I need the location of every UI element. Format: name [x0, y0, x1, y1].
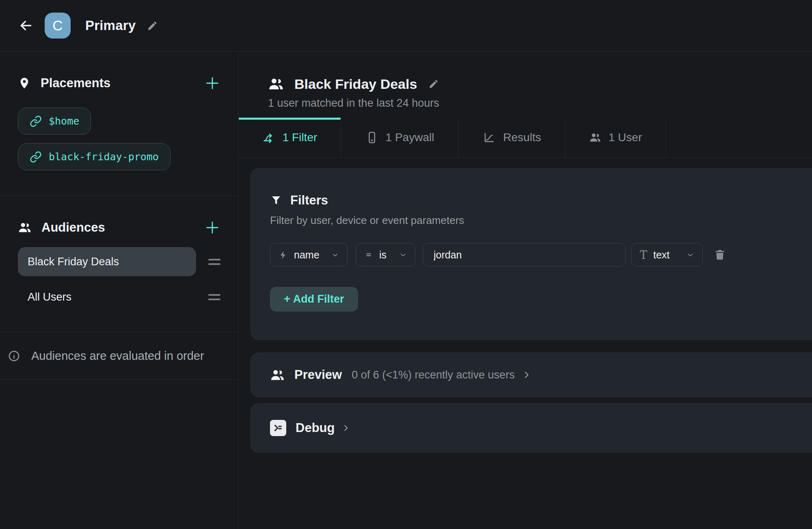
audience-item-black-friday-deals[interactable]: Black Friday Deals — [18, 247, 196, 276]
chevron-right-icon — [522, 370, 531, 380]
add-filter-button[interactable]: + Add Filter — [270, 287, 358, 312]
pencil-icon[interactable] — [147, 20, 158, 31]
phone-icon — [365, 131, 378, 144]
preview-card[interactable]: Preview 0 of 6 (<1%) recently active use… — [251, 353, 812, 397]
pencil-icon[interactable] — [428, 79, 439, 89]
project-avatar[interactable]: C — [45, 13, 71, 39]
sidebar: Placements $home black-friday-promo — [0, 52, 239, 529]
users-icon — [270, 368, 285, 383]
filters-title: Filters — [290, 193, 328, 208]
filter-value-input[interactable] — [423, 243, 626, 267]
add-placement-button[interactable] — [204, 75, 220, 91]
map-pin-icon — [18, 77, 31, 90]
chevron-right-icon — [341, 424, 350, 432]
filters-card: Filters Filter by user, device or event … — [251, 168, 812, 340]
tab-bar: 1 Filter 1 Paywall Results 1 User — [239, 118, 812, 158]
chart-icon — [483, 131, 496, 144]
divider — [0, 379, 238, 380]
type-dropdown[interactable]: T text — [631, 243, 703, 267]
audience-label: All Users — [28, 291, 71, 303]
matched-users-subtitle: 1 user matched in the last 24 hours — [268, 97, 812, 110]
tab-label: 1 Paywall — [386, 131, 434, 144]
users-icon — [589, 131, 601, 144]
audience-row: All Users — [18, 282, 220, 312]
link-icon — [30, 151, 42, 163]
tab-paywall[interactable]: 1 Paywall — [341, 118, 459, 157]
placement-chip-black-friday-promo[interactable]: black-friday-promo — [18, 143, 171, 170]
placement-chip-home[interactable]: $home — [18, 108, 91, 135]
tab-results[interactable]: Results — [459, 118, 566, 157]
serif-t-icon: T — [640, 249, 647, 260]
chevron-down-icon — [331, 251, 339, 259]
tab-user[interactable]: 1 User — [566, 118, 666, 157]
main-panel: Black Friday Deals 1 user matched in the… — [239, 52, 812, 529]
split-arrows-icon — [262, 131, 275, 144]
tab-filter[interactable]: 1 Filter — [239, 118, 341, 157]
operator-dropdown[interactable]: is — [356, 243, 415, 267]
drag-handle-icon[interactable] — [208, 294, 220, 300]
top-header: C Primary — [0, 0, 812, 52]
filters-subtitle: Filter by user, device or event paramete… — [270, 214, 812, 227]
console-icon — [270, 420, 286, 436]
operator-value: is — [379, 249, 393, 261]
parameter-value: name — [294, 249, 326, 261]
users-icon — [268, 76, 284, 92]
tab-label: 1 User — [609, 131, 642, 144]
info-icon — [8, 350, 20, 362]
chevron-down-icon — [687, 251, 694, 259]
placements-title: Placements — [41, 76, 204, 90]
drag-handle-icon[interactable] — [208, 259, 220, 265]
equals-icon — [364, 250, 373, 259]
back-arrow-icon[interactable] — [18, 17, 34, 34]
add-audience-button[interactable] — [204, 219, 220, 236]
tab-label: 1 Filter — [283, 131, 317, 144]
project-title: Primary — [85, 18, 136, 33]
preview-title: Preview — [294, 368, 342, 382]
trash-icon[interactable] — [713, 248, 726, 261]
filter-row: name is — [270, 243, 812, 267]
type-value: text — [653, 249, 681, 261]
tab-label: Results — [503, 131, 541, 144]
chevron-down-icon — [399, 251, 407, 259]
note-text: Audiences are evaluated in order — [31, 349, 204, 363]
audiences-section: Audiences Black Friday Deals All Users — [0, 196, 238, 332]
parameter-dropdown[interactable]: name — [270, 243, 348, 267]
audiences-order-note: Audiences are evaluated in order — [0, 332, 238, 379]
audiences-title: Audiences — [41, 220, 204, 235]
audience-row: Black Friday Deals — [18, 247, 220, 276]
preview-summary: 0 of 6 (<1%) recently active users — [352, 369, 514, 381]
placement-chip-label: $home — [49, 115, 79, 127]
page-title: Black Friday Deals — [294, 76, 417, 92]
audience-item-all-users[interactable]: All Users — [18, 282, 196, 312]
bolt-icon — [279, 250, 288, 260]
debug-title: Debug — [296, 421, 335, 435]
audience-label: Black Friday Deals — [28, 256, 119, 268]
users-icon — [18, 221, 32, 234]
link-icon — [30, 115, 42, 127]
avatar-letter: C — [52, 17, 63, 34]
funnel-icon — [270, 194, 282, 206]
placement-chip-label: black-friday-promo — [49, 151, 159, 163]
placements-section: Placements $home black-friday-promo — [0, 52, 238, 196]
debug-card[interactable]: Debug — [251, 403, 812, 453]
audience-header: Black Friday Deals 1 user matched in the… — [239, 52, 812, 110]
